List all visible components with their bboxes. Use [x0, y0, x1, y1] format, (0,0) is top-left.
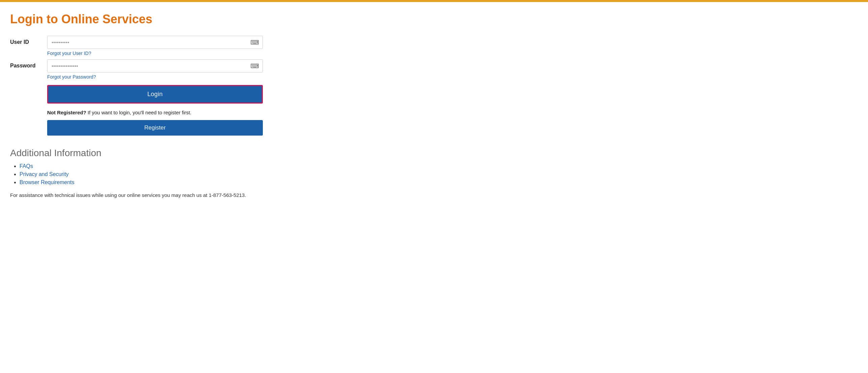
userid-field-row: User ID ⌨ Forgot your User ID? [10, 36, 280, 56]
register-button-wrapper: Register [47, 120, 280, 136]
forgot-userid-link[interactable]: Forgot your User ID? [47, 51, 263, 56]
register-button[interactable]: Register [47, 120, 263, 136]
assistance-text: For assistance with technical issues whi… [10, 192, 280, 198]
additional-info-title: Additional Information [10, 148, 280, 159]
list-item: Browser Requirements [20, 179, 280, 185]
info-link[interactable]: FAQs [20, 163, 33, 169]
keyboard-icon: ⌨ [250, 39, 259, 46]
password-keyboard-icon-button[interactable]: ⌨ [247, 60, 262, 72]
password-input[interactable] [48, 60, 247, 72]
not-registered-suffix: If you want to login, you'll need to reg… [86, 110, 191, 115]
list-item: Privacy and Security [20, 171, 280, 177]
info-link[interactable]: Browser Requirements [20, 179, 74, 185]
additional-info-section: Additional Information FAQsPrivacy and S… [10, 148, 280, 198]
forgot-password-link[interactable]: Forgot your Password? [47, 74, 263, 80]
userid-label: User ID [10, 36, 47, 45]
login-button[interactable]: Login [47, 85, 263, 104]
login-button-wrapper: Login [47, 85, 280, 104]
userid-field-wrapper: ⌨ Forgot your User ID? [47, 36, 263, 56]
password-field-row: Password ⌨ Forgot your Password? [10, 59, 280, 80]
keyboard-icon: ⌨ [250, 63, 259, 69]
page-title: Login to Online Services [10, 12, 280, 26]
password-label: Password [10, 59, 47, 69]
password-section: Password ⌨ Forgot your Password? [10, 59, 280, 80]
list-item: FAQs [20, 163, 280, 169]
userid-input-container: ⌨ [47, 36, 263, 49]
info-link[interactable]: Privacy and Security [20, 171, 69, 177]
page-container: Login to Online Services User ID ⌨ Forgo… [0, 2, 290, 218]
password-field-wrapper: ⌨ Forgot your Password? [47, 59, 263, 80]
userid-section: User ID ⌨ Forgot your User ID? [10, 36, 280, 56]
userid-input[interactable] [48, 36, 247, 49]
not-registered-text: Not Registered? If you want to login, yo… [47, 110, 280, 115]
info-list: FAQsPrivacy and SecurityBrowser Requirem… [10, 163, 280, 185]
userid-keyboard-icon-button[interactable]: ⌨ [247, 37, 262, 48]
not-registered-label: Not Registered? [47, 110, 86, 115]
password-input-container: ⌨ [47, 59, 263, 73]
